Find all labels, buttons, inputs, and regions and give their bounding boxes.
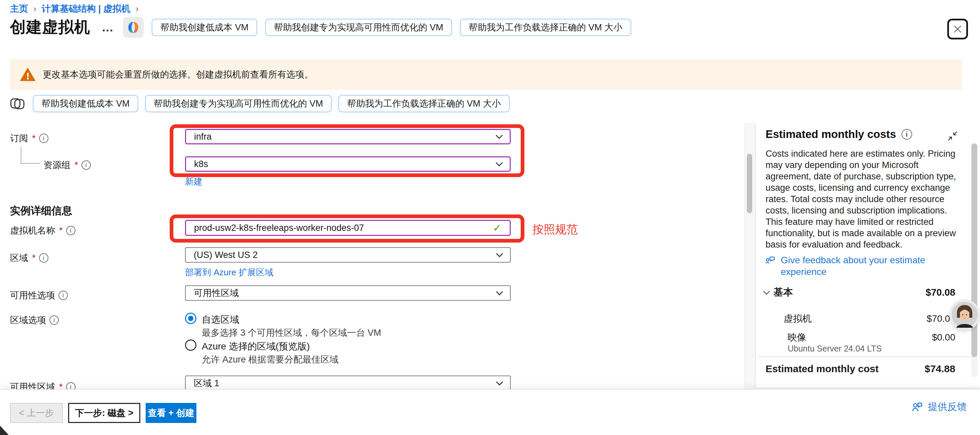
breadcrumb-vm-link[interactable]: 计算基础结构 | 虚拟机	[42, 3, 130, 15]
title-bar: 创建虚拟机 … 帮助我创建低成本 VM 帮助我创建专为实现高可用性而优化的 VM…	[10, 17, 631, 38]
suggest-right-size-vm-button[interactable]: 帮助我为工作负载选择正确的 VM 大小	[338, 95, 510, 112]
availability-options-label-text: 可用性选项	[10, 289, 55, 301]
cost-group-row[interactable]: 基本 $70.08	[764, 286, 955, 299]
close-button[interactable]	[947, 19, 968, 40]
cost-panel-title-text: Estimated monthly costs	[765, 128, 896, 141]
cost-panel-title: Estimated monthly costs i	[765, 128, 912, 141]
deploy-edge-zone-link[interactable]: 部署到 Azure 扩展区域	[185, 267, 273, 278]
required-marker: *	[75, 160, 78, 170]
close-icon	[953, 24, 963, 34]
warning-banner: 更改基本选项可能会重置所做的选择。创建虚拟机前查看所有选项。	[10, 59, 962, 90]
copilot-outline-icon	[9, 95, 26, 112]
radio-self-select-zones-label[interactable]: 自选区域	[202, 313, 239, 326]
radio-azure-selected-zones[interactable]	[185, 339, 196, 351]
instance-details-section-title: 实例详细信息	[10, 204, 72, 218]
page-title: 创建虚拟机	[10, 17, 90, 38]
previous-step-button[interactable]: < 上一步	[10, 403, 63, 423]
cost-item-amount: $0.00	[932, 332, 955, 343]
breadcrumb-chevron-icon: ›	[33, 4, 37, 14]
cost-total-row: Estimated monthly cost $74.88	[765, 363, 955, 374]
radio-self-select-zones-desc: 最多选择 3 个可用性区域，每个区域一台 VM	[202, 327, 381, 339]
more-options-button[interactable]: …	[102, 21, 114, 34]
create-new-resource-group-link[interactable]: 新建	[185, 176, 202, 187]
breadcrumb-chevron-icon: ›	[135, 4, 138, 14]
chevron-down-icon	[763, 288, 770, 295]
copilot-suggestion-row: 帮助我创建低成本 VM 帮助我创建专为实现高可用性而优化的 VM 帮助我为工作负…	[9, 95, 510, 112]
availability-zone-dropdown[interactable]: 区域 1	[185, 376, 511, 391]
region-value: (US) West US 2	[194, 250, 258, 260]
cost-item-subtext: Ubuntu Server 24.04 LTS	[788, 344, 882, 354]
valid-checkmark-icon: ✓	[493, 221, 502, 234]
cost-item-name: 虚拟机	[784, 312, 811, 325]
availability-zone-value: 区域 1	[194, 377, 220, 389]
availability-options-dropdown[interactable]: 可用性区域	[185, 285, 511, 301]
review-create-button[interactable]: 查看 + 创建	[146, 403, 196, 423]
assist-right-size-vm-button[interactable]: 帮助我为工作负载选择正确的 VM 大小	[460, 19, 631, 36]
breadcrumb: 主页 › 计算基础结构 | 虚拟机 ›	[10, 3, 138, 15]
collapse-panel-icon[interactable]	[947, 131, 958, 143]
main-scrollbar[interactable]	[744, 123, 754, 389]
give-feedback-link-text: 提供反馈	[928, 400, 967, 414]
resource-group-dropdown[interactable]: k8s	[185, 156, 511, 172]
vm-name-label: 虚拟机名称 * i	[10, 225, 75, 237]
vm-name-label-text: 虚拟机名称	[10, 225, 55, 237]
cost-item-name: 映像	[788, 331, 806, 344]
estimate-feedback-link-text: Give feedback about your estimate experi…	[781, 254, 951, 278]
info-icon[interactable]: i	[66, 226, 75, 235]
estimate-feedback-link[interactable]: Give feedback about your estimate experi…	[764, 254, 951, 278]
info-icon[interactable]: i	[59, 291, 68, 300]
main-scrollbar-thumb[interactable]	[747, 154, 752, 213]
subscription-dropdown[interactable]: infra	[185, 129, 511, 144]
region-dropdown[interactable]: (US) West US 2	[185, 247, 511, 263]
chevron-down-icon	[496, 159, 503, 166]
chevron-down-icon	[496, 132, 503, 139]
next-step-disks-button[interactable]: 下一步: 磁盘 >	[68, 403, 140, 423]
feedback-chat-icon	[764, 254, 776, 268]
info-icon[interactable]: i	[39, 253, 48, 263]
info-icon[interactable]: i	[81, 160, 91, 170]
cost-group-name: 基本	[773, 286, 793, 299]
panel-scrollbar[interactable]	[971, 143, 977, 377]
assist-high-availability-vm-button[interactable]: 帮助我创建专为实现高可用性而优化的 VM	[265, 19, 452, 36]
avatar[interactable]	[949, 300, 980, 330]
tree-connector	[21, 147, 21, 163]
cost-disclaimer-text: Costs indicated here are estimates only.…	[765, 148, 959, 250]
estimated-costs-panel: Estimated monthly costs i Costs indicate…	[755, 123, 980, 389]
subscription-value: infra	[194, 132, 212, 142]
zone-options-label: 区域选项 i	[10, 314, 59, 326]
warning-text: 更改基本选项可能会重置所做的选择。创建虚拟机前查看所有选项。	[43, 69, 313, 81]
radio-self-select-zones[interactable]	[185, 313, 196, 324]
resource-group-value: k8s	[194, 159, 208, 169]
region-label: 区域 * i	[10, 252, 48, 264]
radio-azure-selected-zones-label[interactable]: Azure 选择的区域(预览版)	[202, 340, 310, 353]
required-marker: *	[32, 253, 36, 263]
vm-name-input[interactable]: prod-usw2-k8s-freeleaps-worker-nodes-07 …	[185, 220, 511, 236]
zone-options-label-text: 区域选项	[10, 314, 46, 326]
person-feedback-icon	[910, 401, 923, 413]
divider	[758, 357, 973, 357]
resource-group-label-text: 资源组	[43, 159, 70, 171]
breadcrumb-home-link[interactable]: 主页	[10, 3, 28, 15]
mouse-cursor	[0, 425, 12, 435]
info-icon[interactable]: i	[39, 134, 48, 143]
give-feedback-link[interactable]: 提供反馈	[910, 400, 967, 414]
cost-item-row: 虚拟机 $70.08	[784, 312, 955, 325]
chevron-down-icon	[496, 250, 503, 257]
cost-group-amount: $70.08	[926, 287, 955, 298]
radio-dot	[188, 316, 193, 321]
cost-total-label: Estimated monthly cost	[765, 363, 878, 374]
assist-low-cost-vm-button[interactable]: 帮助我创建低成本 VM	[152, 19, 257, 36]
suggest-high-availability-vm-button[interactable]: 帮助我创建专为实现高可用性而优化的 VM	[145, 95, 332, 112]
chevron-down-icon	[496, 378, 503, 385]
tree-connector	[21, 163, 40, 164]
info-icon[interactable]: i	[49, 315, 59, 325]
info-icon[interactable]: i	[902, 129, 912, 140]
region-label-text: 区域	[10, 252, 28, 264]
subscription-label: 订阅 * i	[10, 132, 48, 144]
radio-azure-selected-zones-desc: 允许 Azure 根据需要分配最佳区域	[202, 354, 339, 365]
cost-item-row: 映像 $0.00	[788, 331, 955, 344]
resource-group-label: 资源组 * i	[43, 159, 91, 171]
suggest-low-cost-vm-button[interactable]: 帮助我创建低成本 VM	[33, 95, 138, 112]
footer-bar: < 上一步 下一步: 磁盘 > 查看 + 创建 提供反馈	[0, 389, 980, 435]
copilot-icon[interactable]	[123, 17, 144, 38]
